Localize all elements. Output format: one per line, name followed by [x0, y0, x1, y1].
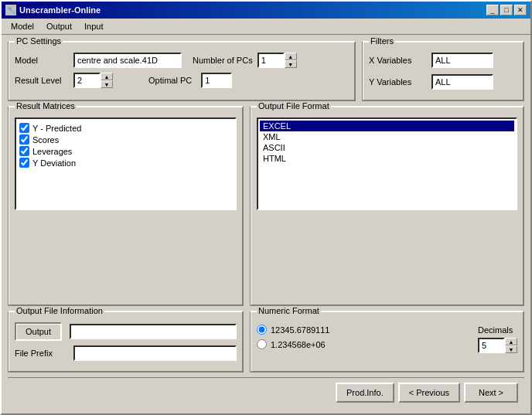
content-area: PC Settings Model Numbler of PCs ▲ ▼ Res…	[2, 35, 530, 413]
listbox-item-html[interactable]: HTML	[260, 153, 514, 164]
output-file-info-group: Output File Information Output File Pref…	[8, 311, 244, 372]
filters-label: Filters	[369, 36, 395, 46]
x-variables-label: X Variables	[369, 56, 427, 65]
bottom-bar: Prod.Info. < Previous Next >	[8, 377, 524, 407]
prod-info-button[interactable]: Prod.Info.	[336, 383, 394, 403]
checkbox-y-predicted[interactable]: Y - Predicted	[19, 122, 232, 134]
number-of-pcs-spinner-btns: ▲ ▼	[285, 53, 297, 68]
menu-bar: Model Output Input	[2, 19, 530, 35]
minimize-button[interactable]: _	[486, 5, 499, 15]
y-variables-input[interactable]	[431, 74, 493, 90]
radio-option1-label: 12345.6789111	[271, 325, 329, 335]
file-prefix-input[interactable]	[73, 345, 237, 361]
result-level-down[interactable]: ▼	[101, 80, 113, 88]
number-of-pcs-input[interactable]	[257, 53, 285, 68]
result-matrices-label: Result Matrices	[15, 101, 77, 111]
checkbox-leverages-input[interactable]	[19, 146, 29, 156]
numeric-format-content: 12345.6789111 1.234568e+06 Decimals ▲	[257, 322, 517, 353]
filters-group: Filters X Variables Y Variables	[362, 41, 524, 101]
file-prefix-label: File Prefix	[15, 349, 69, 358]
maximize-button[interactable]: □	[500, 5, 513, 15]
decimals-spinner-btns: ▲ ▼	[505, 338, 517, 353]
checkbox-y-deviation-label: Y Deviation	[32, 158, 76, 168]
checkbox-scores-input[interactable]	[19, 134, 29, 145]
window-title: Unscrambler-Online	[19, 5, 101, 15]
checkbox-leverages[interactable]: Leverages	[19, 145, 232, 157]
decimals-section: Decimals ▲ ▼	[478, 322, 517, 353]
pc-settings-label: PC Settings	[15, 36, 63, 46]
checkbox-y-deviation-input[interactable]	[19, 158, 29, 168]
previous-button[interactable]: < Previous	[398, 383, 460, 403]
title-bar: 🔧 Unscrambler-Online _ □ ✕	[2, 2, 530, 19]
result-level-label: Result Level	[15, 76, 69, 85]
radio-option2[interactable]: 1.234568e+06	[257, 337, 478, 352]
listbox-item-ascii[interactable]: ASCII	[260, 142, 514, 153]
model-input[interactable]	[73, 53, 182, 68]
x-variables-row: X Variables	[369, 53, 517, 68]
checkbox-y-predicted-input[interactable]	[19, 123, 29, 133]
result-level-spinner-btns: ▲ ▼	[101, 73, 113, 88]
checkbox-leverages-label: Leverages	[32, 147, 72, 156]
output-format-listbox[interactable]: EXCEL XML ASCII HTML	[257, 117, 517, 210]
decimals-input[interactable]	[478, 338, 505, 353]
output-file-format-label: Output File Format	[257, 101, 331, 111]
x-variables-input[interactable]	[431, 53, 493, 68]
radio-option2-input[interactable]	[257, 339, 267, 349]
result-level-row: Result Level ▲ ▼ Optimal PC	[15, 73, 349, 88]
decimals-label: Decimals	[478, 325, 513, 335]
next-button[interactable]: Next >	[464, 383, 518, 403]
output-row: Output	[15, 322, 237, 341]
menu-input[interactable]: Input	[78, 20, 109, 32]
output-file-format-group: Output File Format EXCEL XML ASCII HTML	[250, 106, 524, 306]
numeric-format-group: Numeric Format 12345.6789111 1.234568e+0…	[250, 311, 524, 372]
listbox-item-xml[interactable]: XML	[260, 131, 514, 142]
numeric-options: 12345.6789111 1.234568e+06	[257, 322, 478, 352]
file-prefix-row: File Prefix	[15, 345, 237, 361]
main-window: 🔧 Unscrambler-Online _ □ ✕ Model Output …	[0, 0, 532, 415]
checkbox-y-deviation[interactable]: Y Deviation	[19, 157, 232, 168]
optimal-pc-input[interactable]	[201, 73, 232, 88]
pc-settings-group: PC Settings Model Numbler of PCs ▲ ▼ Res…	[8, 41, 356, 101]
decimals-spinner: ▲ ▼	[478, 338, 517, 353]
output-path-input[interactable]	[70, 324, 237, 339]
output-file-info-label: Output File Information	[15, 306, 104, 315]
bottom-row: Output File Information Output File Pref…	[8, 311, 524, 372]
number-of-pcs-up[interactable]: ▲	[285, 53, 297, 60]
decimals-down[interactable]: ▼	[505, 345, 517, 353]
checkbox-scores-label: Scores	[32, 135, 59, 145]
result-matrices-list: Y - Predicted Scores Leverages Y Deviati…	[15, 117, 237, 210]
model-row: Model Numbler of PCs ▲ ▼	[15, 53, 349, 68]
checkbox-y-predicted-label: Y - Predicted	[32, 124, 81, 133]
y-variables-label: Y Variables	[369, 77, 427, 87]
menu-output[interactable]: Output	[40, 20, 78, 32]
listbox-item-excel[interactable]: EXCEL	[260, 121, 514, 131]
model-label: Model	[15, 56, 69, 65]
result-matrices-group: Result Matrices Y - Predicted Scores Lev…	[8, 106, 244, 306]
result-level-up[interactable]: ▲	[101, 73, 113, 80]
y-variables-row: Y Variables	[369, 74, 517, 90]
app-icon: 🔧	[5, 5, 16, 15]
radio-option1[interactable]: 12345.6789111	[257, 322, 478, 337]
radio-option2-label: 1.234568e+06	[271, 340, 326, 349]
result-level-input[interactable]	[73, 73, 101, 88]
middle-row: Result Matrices Y - Predicted Scores Lev…	[8, 106, 524, 306]
result-level-spinner: ▲ ▼	[73, 73, 113, 88]
number-of-pcs-label: Numbler of PCs	[193, 56, 253, 65]
title-bar-left: 🔧 Unscrambler-Online	[5, 5, 101, 15]
numeric-format-label: Numeric Format	[257, 306, 321, 315]
checkbox-scores[interactable]: Scores	[19, 134, 232, 145]
title-buttons: _ □ ✕	[486, 5, 527, 15]
menu-model[interactable]: Model	[5, 20, 40, 32]
top-row: PC Settings Model Numbler of PCs ▲ ▼ Res…	[8, 41, 524, 101]
output-button[interactable]: Output	[15, 322, 62, 341]
close-button[interactable]: ✕	[514, 5, 527, 15]
number-of-pcs-down[interactable]: ▼	[285, 60, 297, 68]
number-of-pcs-spinner: ▲ ▼	[257, 53, 297, 68]
optimal-pc-label: Optimal PC	[148, 76, 192, 85]
decimals-up[interactable]: ▲	[505, 338, 517, 345]
radio-option1-input[interactable]	[257, 325, 267, 335]
